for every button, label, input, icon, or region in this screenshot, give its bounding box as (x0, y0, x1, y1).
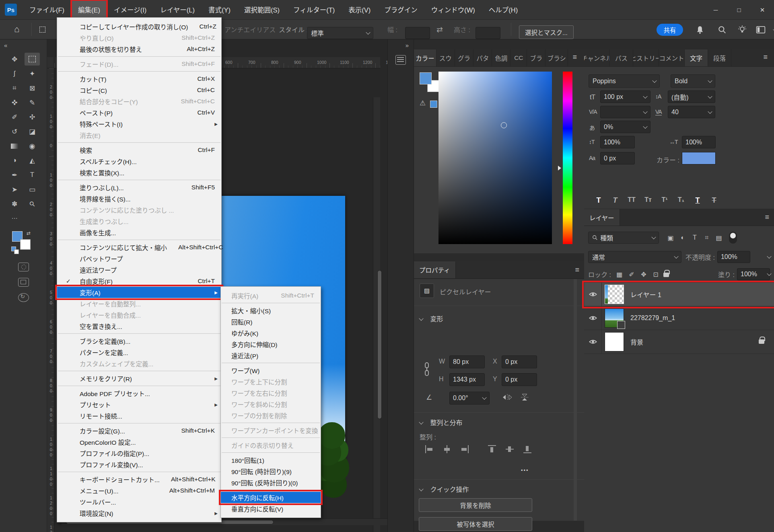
edit-menu-item[interactable]: ✓ ▶ (58, 423, 220, 423)
subscript-button[interactable]: T₁ (676, 196, 686, 205)
align-bottom-icon[interactable] (523, 445, 532, 454)
edit-menu-item[interactable]: ✓ 検索と置換(X)... ▶ (57, 167, 221, 178)
align-center-horizontal-icon[interactable] (442, 445, 452, 454)
remove-background-button[interactable]: 背景を削除 (419, 498, 532, 512)
eraser-tool[interactable]: ◪ (25, 125, 40, 138)
tab-history[interactable]: ヒストリー (633, 49, 659, 66)
transform-submenu-item[interactable]: ✓ 90°回転 (時計回り)(9) ▶ (221, 466, 321, 477)
link-dimensions-icon[interactable] (424, 362, 430, 376)
transform-submenu-item[interactable]: ✓ ゆがみ(K) ▶ (221, 327, 321, 339)
width-field[interactable]: 80 px (449, 355, 485, 368)
edit-menu-item[interactable]: ✓ ツールバー... ▶ (57, 496, 221, 507)
transform-submenu-item[interactable]: ✓ 180°回転(1) ▶ (221, 454, 321, 466)
menu-image[interactable]: イメージ(I) (107, 0, 153, 19)
flip-horizontal-item[interactable]: ✓ 水平方向に反転(H) ▶ (221, 492, 321, 503)
edit-menu-item[interactable]: ✓ コピー(C) Ctrl+C ▶ (57, 84, 221, 96)
edit-menu-item[interactable]: ✓ ▶ (58, 472, 220, 472)
font-style-select[interactable]: Bold (671, 74, 715, 88)
tab-patterns[interactable]: パタ (473, 49, 492, 66)
path-selection-tool[interactable]: ➤ (7, 183, 22, 196)
lock-position-icon[interactable]: ✥ (638, 271, 650, 278)
transform-submenu-item[interactable]: ✓ ワープアンカーポイントを変換 ▶ (221, 425, 321, 436)
lock-artboard-icon[interactable]: ⊡ (650, 271, 662, 278)
transform-submenu-item[interactable]: ✓ ワープの分割を削除 ▶ (221, 410, 321, 421)
color-picker-cursor[interactable] (501, 122, 507, 128)
saturation-brightness-picker[interactable] (438, 72, 552, 244)
edit-menu-item[interactable]: ✓ カット(T) Ctrl+X ▶ (57, 73, 221, 84)
height-field[interactable]: 1343 px (449, 373, 485, 386)
edit-menu-item[interactable]: ✓ ペースト(P) Ctrl+V ▶ (57, 107, 221, 118)
font-size-field[interactable]: 100 px (600, 90, 650, 103)
horizontal-scale-field[interactable]: 100% (682, 136, 716, 148)
scrollbar-thumb[interactable] (377, 270, 382, 419)
healing-brush-tool[interactable]: ✜ (7, 96, 22, 109)
filter-pixel-layers-icon[interactable]: ▣ (665, 234, 677, 242)
quick-mask-icon[interactable] (18, 263, 29, 271)
lock-pixels-icon[interactable]: ✐ (626, 271, 638, 278)
swap-colors-icon[interactable]: ⇄ (27, 230, 31, 236)
hue-slider[interactable] (563, 72, 572, 244)
menu-window[interactable]: ウィンドウ(W) (424, 0, 482, 19)
transform-submenu-item[interactable]: ✓ ▶ (222, 490, 320, 490)
width-input[interactable] (405, 27, 430, 39)
rotate-view-icon[interactable] (18, 293, 29, 302)
tab-swatches[interactable]: スウ (436, 49, 455, 66)
transform-submenu-item[interactable]: ✓ ▶ (222, 438, 320, 438)
close-button[interactable]: ✕ (751, 0, 774, 20)
height-input[interactable] (476, 27, 500, 39)
edit-menu-item[interactable]: ✓ ▶ (58, 180, 220, 180)
select-and-mask-button[interactable]: 選択とマスク... (519, 25, 574, 39)
opacity-field[interactable]: 100% (717, 251, 750, 263)
leading-field[interactable]: (自動) (668, 90, 715, 103)
edit-menu-item[interactable]: ✓ レイヤーを自動整列... ▶ (57, 298, 221, 309)
transform-submenu-item[interactable]: ✓ ▶ (222, 363, 320, 363)
edit-menu-item-transform[interactable]: ✓ 変形(A) ▶ (57, 287, 221, 298)
gamut-warning-icon[interactable]: ⚠ (420, 99, 426, 107)
collapsed-panel-icon[interactable] (395, 55, 406, 65)
style-select[interactable]: 標準 (307, 27, 373, 39)
transform-submenu-item[interactable]: ✓ 垂直方向に反転(V) ▶ (221, 503, 321, 514)
edit-menu-item[interactable]: ✓ カスタムシェイプを定義... ▶ (57, 358, 221, 369)
quick-selection-tool[interactable]: ✦ (25, 67, 40, 80)
layer-visibility-toggle[interactable] (584, 306, 602, 330)
edit-menu-item[interactable]: ✓ コピーしてレイヤー作成の取り消し(O) Ctrl+Z ▶ (57, 21, 221, 32)
layer-filter-toggle[interactable] (729, 232, 737, 244)
edit-menu-item[interactable]: ✓ 結合部分をコピー(Y) Shift+Ctrl+C ▶ (57, 96, 221, 107)
rotation-field[interactable]: 0.00° (449, 392, 490, 405)
small-caps-button[interactable]: Tт (643, 196, 653, 205)
select-subject-button[interactable]: 被写体を選択 (419, 517, 532, 531)
align-top-icon[interactable] (487, 445, 497, 454)
share-button[interactable]: 共有 (657, 24, 683, 36)
tracking-field[interactable]: 40 (668, 106, 715, 118)
transform-submenu-item[interactable]: ✓ 再実行(A) Shift+Ctrl+T ▶ (221, 290, 321, 301)
layer-row-layer1[interactable]: レイヤー 1 (584, 283, 774, 306)
edit-menu-item[interactable]: ✓ プリセット ▶ (57, 399, 221, 410)
flip-horizontal-icon[interactable] (502, 393, 513, 401)
edit-menu-item[interactable]: ✓ メモリをクリア(R) ▶ (57, 373, 221, 384)
tab-properties[interactable]: プロパティ (414, 261, 456, 278)
faux-italic-button[interactable]: T (610, 196, 620, 205)
transform-submenu-item[interactable]: ✓ ▶ (222, 452, 320, 453)
properties-menu-icon[interactable]: ≡ (570, 261, 584, 278)
tab-character[interactable]: 文字 (685, 49, 708, 66)
maximize-button[interactable]: □ (727, 0, 751, 20)
menu-layer[interactable]: レイヤー(L) (153, 0, 202, 19)
edit-menu-item[interactable]: ✓ コンテンツに応じて拡大・縮小 Alt+Shift+Ctrl+C ▶ (57, 242, 221, 253)
layer-name[interactable]: 背景 (630, 337, 643, 347)
edit-menu-item[interactable]: ✓ 自由変形(F) Ctrl+T ▶ (57, 275, 221, 287)
edit-menu-item[interactable]: ✓ パターンを定義... ▶ (57, 347, 221, 358)
more-tools[interactable]: ⋯ (7, 212, 22, 225)
align-left-icon[interactable] (424, 445, 434, 454)
edit-menu-item[interactable]: ✓ キーボードショートカット... Alt+Shift+Ctrl+K ▶ (57, 474, 221, 485)
layer-thumbnail[interactable] (605, 308, 624, 328)
more-options-icon[interactable]: ••• (521, 467, 529, 473)
background-color-swatch[interactable] (20, 239, 31, 250)
transform-submenu-item[interactable]: ✓ ガイドの表示切り替え ▶ (221, 440, 321, 451)
edit-menu-item[interactable]: ✓ 境界線を描く(S)... ▶ (57, 193, 221, 204)
workspace-icon[interactable] (755, 25, 766, 35)
filter-shape-layers-icon[interactable]: ⌗ (701, 234, 713, 241)
character-panel-menu-icon[interactable]: ≡ (758, 53, 772, 62)
eyedropper-tool[interactable]: ✎ (25, 96, 40, 109)
rectangle-tool[interactable]: ▭ (25, 183, 40, 196)
edit-menu-item[interactable]: ✓ やり直し(O) Shift+Ctrl+Z ▶ (57, 32, 221, 43)
